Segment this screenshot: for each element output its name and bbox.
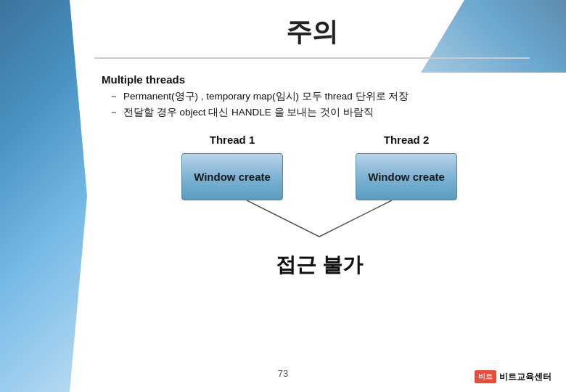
bullet-text-1: Permanent(영구) , temporary map(임시) 모두 thr… — [123, 90, 409, 103]
page-number: 73 — [278, 368, 288, 379]
bullet-item-1: － Permanent(영구) , temporary map(임시) 모두 t… — [109, 90, 544, 103]
thread1-column: Thread 1 Window create — [181, 134, 283, 200]
bullet-text-2: 전달할 경우 object 대신 HANDLE 을 보내는 것이 바람직 — [123, 106, 374, 119]
no-access-label: 접근 불가 — [276, 251, 363, 279]
thread2-window-box: Window create — [356, 153, 457, 200]
diagram-wrapper: Thread 1 Window create Thread 2 Window c… — [94, 134, 544, 279]
connector-svg — [174, 200, 464, 240]
page-title: 주의 — [94, 15, 530, 59]
logo-text: 비트교육센터 — [499, 371, 551, 383]
thread1-label: Thread 1 — [210, 134, 255, 146]
bullet-dash-2: － — [109, 106, 119, 119]
connector-lines — [174, 200, 464, 240]
logo-area: 비트 비트교육센터 — [475, 370, 551, 383]
thread2-label: Thread 2 — [384, 134, 430, 146]
main-content: 주의 Multiple threads － Permanent(영구) , te… — [73, 0, 566, 392]
bullet-item-2: － 전달할 경우 object 대신 HANDLE 을 보내는 것이 바람직 — [109, 106, 544, 119]
logo-box: 비트 — [475, 370, 496, 383]
svg-line-1 — [319, 200, 392, 237]
threads-row: Thread 1 Window create Thread 2 Window c… — [181, 134, 457, 200]
section-heading: Multiple threads — [102, 73, 544, 86]
thread2-column: Thread 2 Window create — [356, 134, 457, 200]
content-section: Multiple threads － Permanent(영구) , tempo… — [102, 73, 544, 119]
bullet-dash-1: － — [109, 90, 119, 103]
svg-line-0 — [247, 200, 319, 237]
thread1-window-box: Window create — [181, 153, 283, 200]
